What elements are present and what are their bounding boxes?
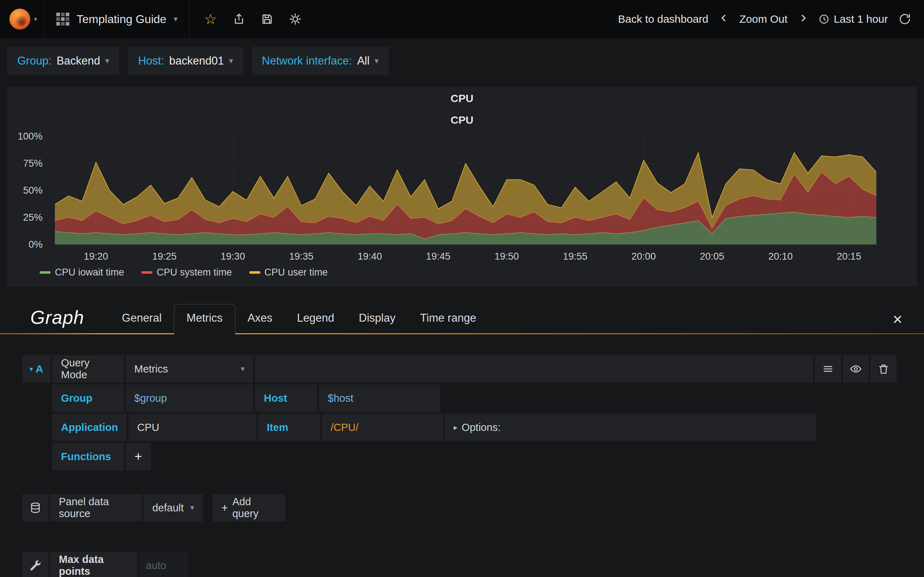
legend-item[interactable]: CPU iowait time bbox=[40, 267, 124, 278]
options-label: Options: bbox=[462, 422, 501, 434]
graph-inner-title: CPU bbox=[7, 107, 917, 136]
chevron-down-icon: ▾ bbox=[241, 365, 245, 373]
chevron-down-icon: ▾ bbox=[34, 16, 37, 23]
group-field-label: Group bbox=[52, 384, 124, 412]
chevron-down-icon: ▾ bbox=[190, 504, 194, 512]
tools-icon-cell bbox=[23, 552, 48, 577]
variable-host-dropdown[interactable]: Host: backend01 ▾ bbox=[128, 47, 243, 75]
navbar-actions: ☆ bbox=[189, 0, 316, 38]
options-toggle[interactable]: ▸ Options: bbox=[445, 414, 816, 441]
query-delete-button[interactable] bbox=[871, 355, 897, 383]
add-query-label: Add query bbox=[233, 496, 277, 520]
variable-label: Group: bbox=[17, 55, 52, 68]
x-axis-labels: 19:2019:2519:3019:3519:4019:4519:5019:55… bbox=[55, 250, 876, 264]
variable-label: Host: bbox=[138, 55, 164, 68]
dashboard-picker[interactable]: Templating Guide ▾ bbox=[45, 0, 189, 38]
tab-general[interactable]: General bbox=[110, 305, 174, 333]
share-icon bbox=[233, 13, 245, 25]
datasource-value: default bbox=[152, 502, 184, 514]
metrics-query-editor: ▾ A Query Mode Metrics ▾ Group $group bbox=[0, 334, 924, 470]
group-field-value[interactable]: $group bbox=[126, 384, 254, 412]
time-shift-back-button[interactable] bbox=[719, 13, 729, 25]
max-data-points-label: Max data points bbox=[50, 552, 137, 577]
refresh-button[interactable] bbox=[899, 13, 911, 25]
query-visibility-button[interactable] bbox=[843, 355, 869, 383]
item-field-value[interactable]: /CPU/ bbox=[322, 414, 443, 441]
share-dashboard-button[interactable] bbox=[233, 13, 245, 25]
datasource-icon-cell bbox=[23, 494, 48, 521]
legend-swatch-icon bbox=[40, 271, 50, 274]
trash-icon bbox=[878, 363, 889, 375]
save-dashboard-button[interactable] bbox=[261, 13, 273, 25]
variable-value: Backend bbox=[57, 55, 100, 68]
datasource-dropdown[interactable]: default ▾ bbox=[144, 494, 203, 521]
panel-editor: Graph GeneralMetricsAxesLegendDisplayTim… bbox=[0, 287, 924, 577]
add-query-button[interactable]: + Add query bbox=[213, 494, 286, 521]
star-dashboard-button[interactable]: ☆ bbox=[204, 12, 217, 26]
tab-axes[interactable]: Axes bbox=[235, 305, 285, 333]
variable-value: backend01 bbox=[169, 55, 224, 68]
chevron-down-icon: ▾ bbox=[105, 57, 109, 65]
query-mode-value: Metrics bbox=[134, 363, 168, 375]
stacked-area-chart bbox=[55, 136, 876, 245]
cpu-graph-plot[interactable]: 0%25%50%75%100% bbox=[55, 136, 876, 245]
panel-type-heading: Graph bbox=[30, 306, 84, 333]
chevron-down-icon: ▾ bbox=[174, 15, 178, 23]
editor-header: Graph GeneralMetricsAxesLegendDisplayTim… bbox=[0, 287, 924, 333]
back-to-dashboard-button[interactable]: Back to dashboard bbox=[618, 13, 708, 25]
grafana-main-menu[interactable]: ▾ bbox=[0, 0, 45, 38]
query-row-application-item: Application CPU Item /CPU/ ▸ Options: bbox=[23, 414, 897, 441]
query-mode-label: Query Mode bbox=[52, 355, 124, 383]
host-field-label: Host bbox=[255, 384, 317, 412]
menu-icon bbox=[822, 363, 834, 375]
refresh-icon bbox=[899, 13, 911, 25]
timepicker-controls: Back to dashboard Zoom Out Last 1 hour bbox=[618, 13, 924, 25]
chevron-down-icon: ▾ bbox=[375, 57, 379, 65]
query-menu-button[interactable] bbox=[815, 355, 841, 383]
time-shift-forward-button[interactable] bbox=[798, 13, 808, 25]
query-row-a: ▾ A Query Mode Metrics ▾ bbox=[23, 355, 897, 383]
time-range-label: Last 1 hour bbox=[834, 13, 888, 25]
zoom-out-button[interactable]: Zoom Out bbox=[740, 13, 788, 25]
variable-value: All bbox=[357, 55, 369, 68]
variable-group-dropdown[interactable]: Group: Backend ▾ bbox=[7, 47, 119, 75]
dashboard-settings-button[interactable] bbox=[289, 13, 301, 25]
query-collapse-toggle[interactable]: ▾ A bbox=[23, 355, 50, 383]
query-mode-dropdown[interactable]: Metrics ▾ bbox=[126, 355, 254, 383]
tab-metrics[interactable]: Metrics bbox=[174, 304, 235, 334]
panel-datasource-label: Panel data source bbox=[50, 494, 142, 521]
chevron-right-icon bbox=[798, 13, 808, 23]
legend-swatch-icon bbox=[249, 271, 260, 274]
eye-icon bbox=[850, 363, 861, 375]
application-field-value[interactable]: CPU bbox=[129, 414, 256, 441]
chevron-left-icon bbox=[719, 13, 729, 23]
variable-netif-dropdown[interactable]: Network interface: All ▾ bbox=[252, 47, 389, 75]
max-data-points-input[interactable] bbox=[146, 560, 181, 572]
database-icon bbox=[30, 502, 41, 514]
variable-label: Network interface: bbox=[262, 55, 352, 68]
query-ref-letter: A bbox=[36, 363, 43, 375]
chevron-down-icon: ▾ bbox=[30, 365, 33, 373]
host-field-value[interactable]: $host bbox=[319, 384, 440, 412]
datasource-row: Panel data source default ▾ + Add query bbox=[23, 494, 897, 521]
chart-legend: CPU iowait timeCPU system timeCPU user t… bbox=[40, 267, 917, 285]
tab-time-range[interactable]: Time range bbox=[408, 305, 489, 333]
functions-label: Functions bbox=[52, 443, 124, 470]
max-data-points-row: Max data points bbox=[23, 552, 897, 577]
tab-display[interactable]: Display bbox=[347, 305, 408, 333]
editor-tabs: GeneralMetricsAxesLegendDisplayTime rang… bbox=[110, 304, 887, 333]
panel-title[interactable]: CPU bbox=[7, 87, 917, 107]
close-editor-button[interactable]: × bbox=[887, 311, 908, 333]
plus-icon: + bbox=[134, 449, 142, 464]
legend-item[interactable]: CPU system time bbox=[142, 267, 232, 278]
tab-legend[interactable]: Legend bbox=[285, 305, 347, 333]
dashboard-title: Templating Guide bbox=[76, 13, 166, 26]
star-icon: ☆ bbox=[204, 12, 217, 26]
legend-item[interactable]: CPU user time bbox=[249, 267, 328, 278]
legend-swatch-icon bbox=[142, 271, 152, 274]
grafana-logo-icon bbox=[10, 9, 30, 29]
legend-series-name: CPU system time bbox=[157, 267, 232, 278]
max-data-points-input-cell bbox=[139, 552, 188, 577]
add-function-button[interactable]: + bbox=[126, 443, 151, 470]
time-range-picker-button[interactable]: Last 1 hour bbox=[819, 13, 888, 25]
